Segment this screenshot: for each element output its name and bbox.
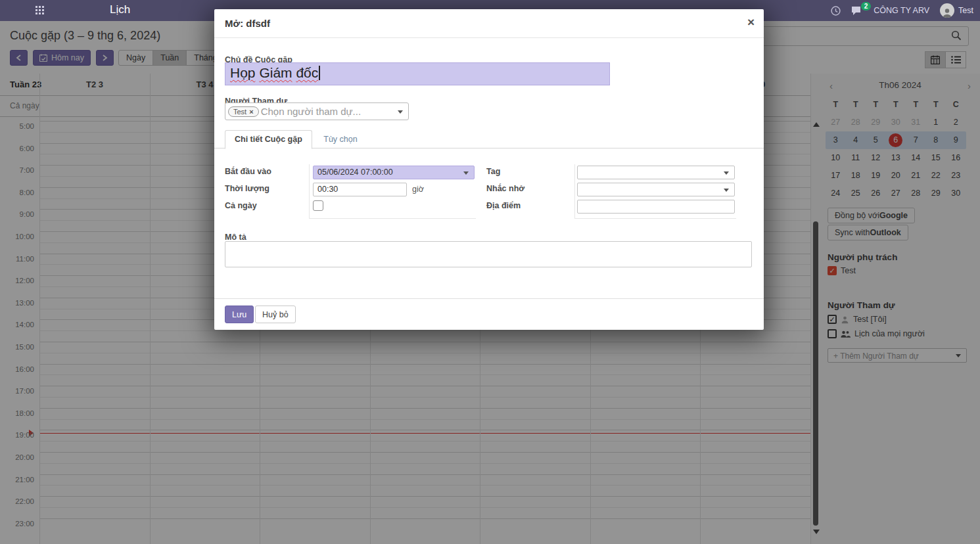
start-datetime-value: 05/06/2024 07:00:00: [317, 168, 393, 177]
attendee-tag: Test ×: [228, 106, 259, 117]
attendees-placeholder: Chọn người tham dự...: [261, 106, 362, 117]
duration-unit: giờ: [412, 185, 424, 194]
subject-word: Họp: [230, 65, 256, 80]
apps-menu-icon[interactable]: [35, 6, 44, 14]
tag-select[interactable]: [577, 166, 735, 179]
grid-icon: [35, 6, 44, 14]
start-datetime-input[interactable]: 05/06/2024 07:00:00: [313, 166, 475, 179]
description-label: Mô tả: [225, 233, 246, 242]
subject-word: đốc: [296, 65, 318, 80]
tag-label: Tag: [486, 167, 500, 176]
chevron-down-icon: [724, 189, 729, 192]
attendees-select[interactable]: Test × Chọn người tham dự...: [225, 102, 409, 120]
person-icon: [942, 7, 952, 18]
description-textarea[interactable]: [225, 241, 752, 267]
start-label: Bắt đầu vào: [225, 167, 271, 176]
allday-checkbox[interactable]: [313, 200, 323, 211]
tab-details[interactable]: Chi tiết Cuộc gặp: [225, 130, 312, 149]
avatar: [940, 3, 954, 18]
company-menu[interactable]: CÔNG TY ARV: [874, 6, 929, 15]
subject-word: Giám: [259, 65, 292, 80]
location-label: Địa điểm: [486, 201, 521, 210]
duration-value: 00:30: [317, 185, 338, 194]
messages-count-badge: 2: [861, 2, 872, 11]
allday-label: Cả ngày: [225, 201, 257, 210]
duration-input[interactable]: 00:30: [313, 183, 407, 196]
chevron-down-icon: [724, 171, 729, 175]
messages-icon[interactable]: 2: [851, 6, 863, 16]
modal-tabs: Chi tiết Cuộc gặp Tùy chọn: [214, 129, 764, 148]
clock-icon: [831, 6, 841, 16]
activities-icon[interactable]: [831, 6, 841, 16]
text-cursor: [319, 66, 320, 80]
app-title[interactable]: Lịch: [110, 3, 130, 16]
chevron-down-icon: [463, 171, 469, 175]
modal-title: Mở: dfsdf: [225, 18, 270, 29]
save-button[interactable]: Lưu: [225, 306, 254, 323]
form-group-divider: [574, 164, 575, 218]
cancel-button[interactable]: Huỷ bỏ: [255, 306, 296, 323]
modal-header: Mở: dfsdf ×: [214, 9, 764, 38]
tab-options[interactable]: Tùy chọn: [314, 131, 366, 148]
app-window: Lịch 2 CÔNG TY ARV: [0, 0, 980, 544]
remove-tag-icon[interactable]: ×: [249, 108, 253, 116]
event-edit-modal: Mở: dfsdf × Chủ đề Cuộc gặp Họp Giám đốc…: [214, 9, 764, 330]
reminder-select[interactable]: [577, 183, 735, 196]
reminder-label: Nhắc nhở: [486, 184, 525, 193]
attendee-tag-label: Test: [233, 108, 246, 116]
form-group-divider: [574, 218, 736, 219]
form-group-divider: [309, 164, 310, 218]
subject-input[interactable]: Họp Giám đốc: [225, 62, 610, 85]
close-icon[interactable]: ×: [747, 15, 755, 30]
form-group-divider: [309, 218, 476, 219]
user-name: Test: [958, 6, 973, 15]
duration-label: Thời lượng: [225, 184, 269, 193]
location-input[interactable]: [577, 200, 735, 214]
modal-footer: Lưu Huỷ bỏ: [214, 298, 764, 330]
user-menu[interactable]: Test: [940, 3, 973, 18]
chevron-down-icon: [398, 110, 403, 114]
